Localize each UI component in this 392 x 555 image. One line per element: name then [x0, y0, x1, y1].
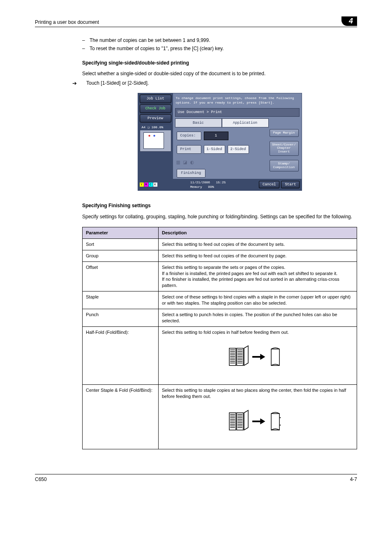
param-desc: Select this setting to staple copies at …	[159, 385, 357, 449]
preview-info: A4 ❏ 100.0%	[140, 124, 171, 130]
breadcrumb: Use Document > Print	[175, 108, 300, 117]
table-row: Punch Select a setting to punch holes in…	[83, 309, 357, 326]
step-text: Touch [1-Sided] or [2-Sided].	[86, 80, 149, 87]
screenshot-message: To change document print settings, choos…	[174, 95, 300, 107]
param-name: Group	[83, 250, 159, 261]
section-para: Specify settings for collating, grouping…	[82, 213, 357, 220]
preview-button[interactable]: Preview	[140, 114, 171, 123]
svg-marker-43	[261, 419, 265, 424]
svg-marker-21	[261, 354, 265, 359]
param-name: Sort	[83, 239, 159, 250]
col-parameter: Parameter	[83, 227, 159, 238]
param-name: Offset	[83, 261, 159, 291]
sheet-cover-button[interactable]: Sheet/Cover/ Chapter Insert	[270, 141, 299, 156]
param-desc: Select this setting to separate the sets…	[159, 261, 357, 291]
ymck-indicator: Y M C K	[140, 183, 157, 187]
device-screenshot: Job List Check Job Preview A4 ❏ 100.0% ●…	[138, 93, 302, 191]
check-job-button[interactable]: Check Job	[140, 104, 171, 113]
page-margin-button[interactable]: Page Margin	[270, 129, 299, 137]
right-buttons: Page Margin Sheet/Cover/ Chapter Insert …	[270, 117, 300, 178]
step-row: ➔ Touch [1-Sided] or [2-Sided].	[72, 80, 357, 87]
footer-buttons: Cancel Start	[259, 181, 300, 189]
arrow-right-icon: ➔	[72, 80, 86, 87]
section-heading: Specifying Finishing settings	[82, 202, 357, 209]
preview-thumbnail: A4 ❏ 100.0% ● ●	[140, 124, 171, 152]
param-name: Punch	[83, 309, 159, 326]
section-heading: Specifying single-sided/double-sided pri…	[82, 60, 357, 67]
copies-label: Copies:	[177, 132, 201, 140]
toner-k-icon: K	[153, 183, 157, 187]
screenshot-sidebar: Job List Check Job Preview A4 ❏ 100.0% ●…	[138, 93, 173, 178]
param-desc: Select one of these settings to bind cop…	[159, 291, 357, 309]
job-list-button[interactable]: Job List	[140, 95, 171, 103]
param-desc: Select this setting to feed out copies o…	[159, 250, 357, 261]
tabs: Basic Application	[175, 118, 269, 128]
half-fold-icon	[227, 342, 288, 371]
table-row: Group Select this setting to feed out co…	[83, 250, 357, 261]
section-para: Select whether a single-sided or double-…	[82, 70, 357, 77]
bullet-text: To reset the number of copies to "1", pr…	[90, 45, 224, 52]
bullet-item: – To reset the number of copies to "1", …	[82, 45, 357, 52]
parameters-table: Parameter Description Sort Select this s…	[82, 227, 357, 449]
bullet-text: The number of copies can be set between …	[90, 37, 210, 44]
table-header-row: Parameter Description	[83, 227, 357, 238]
print-label: Print	[177, 145, 201, 154]
footer-datetime: 11/21/2006 15:25 Memory 99%	[190, 180, 226, 189]
screenshot-footer: Y M C K 11/21/2006 15:25 Memory 99% Canc…	[138, 179, 302, 190]
option-1sided[interactable]: 1-Sided	[204, 145, 225, 154]
param-desc: Select a setting to punch holes in copie…	[159, 309, 357, 326]
cancel-button[interactable]: Cancel	[259, 181, 279, 189]
copies-value[interactable]: 1	[204, 132, 228, 140]
tab-basic[interactable]: Basic	[175, 118, 222, 128]
center-staple-fold-diagram	[162, 400, 353, 446]
print-row: Print 1-Sided 2-Sided	[177, 145, 267, 154]
chapter-number: 4	[341, 16, 357, 26]
finishing-icons: ▥ ◪ ◐	[177, 159, 270, 167]
table-row: Sort Select this setting to feed out cop…	[83, 239, 357, 250]
finishing-button[interactable]: Finishing	[177, 169, 206, 178]
half-fold-diagram	[162, 335, 353, 382]
bullet-item: – The number of copies can be set betwee…	[82, 37, 357, 44]
param-name: Staple	[83, 291, 159, 309]
screenshot-main: To change document print settings, choos…	[173, 93, 302, 178]
page-footer: C650 4-7	[35, 474, 357, 483]
toner-m-icon: M	[144, 183, 148, 187]
option-2sided[interactable]: 2-Sided	[228, 145, 249, 154]
table-row: Center Staple & Fold (Fold/Bind): Select…	[83, 385, 357, 449]
col-description: Description	[159, 227, 357, 238]
intro-bullets: – The number of copies can be set betwee…	[82, 37, 357, 52]
table-row: Staple Select one of these settings to b…	[83, 291, 357, 309]
header-title: Printing a user box document	[35, 19, 99, 26]
copies-row: Copies: 1	[177, 132, 267, 140]
toner-c-icon: C	[149, 183, 153, 187]
center-staple-fold-icon	[227, 407, 288, 436]
param-name: Half-Fold (Fold/Bind):	[83, 326, 159, 385]
param-name: Center Staple & Fold (Fold/Bind):	[83, 385, 159, 449]
tab-application[interactable]: Application	[222, 118, 269, 128]
dash-icon: –	[82, 45, 90, 52]
footer-pagenum: 4-7	[350, 476, 357, 483]
dash-icon: –	[82, 37, 90, 44]
main-content: – The number of copies can be set betwee…	[35, 37, 357, 449]
page-header: Printing a user box document 4	[35, 16, 357, 27]
footer-model: C650	[35, 476, 47, 483]
stamp-button[interactable]: Stamp/ Composition	[270, 160, 299, 171]
start-button[interactable]: Start	[281, 181, 300, 189]
preview-dots-icon: ● ●	[148, 133, 156, 139]
table-row: Half-Fold (Fold/Bind): Select this setti…	[83, 326, 357, 385]
param-desc: Select this setting to feed out copies o…	[159, 239, 357, 250]
table-row: Offset Select this setting to separate t…	[83, 261, 357, 291]
param-desc: Select this setting to fold copies in ha…	[159, 326, 357, 385]
toner-y-icon: Y	[140, 183, 144, 187]
